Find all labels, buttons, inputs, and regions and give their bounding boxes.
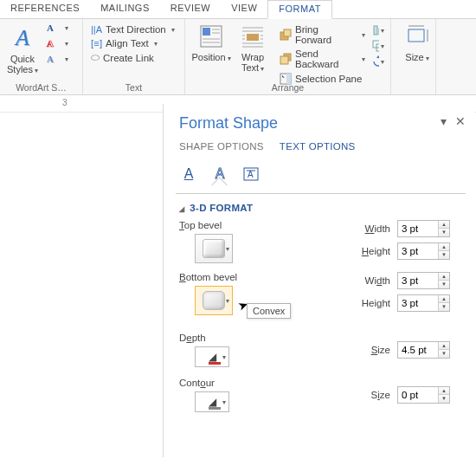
send-backward-icon: [280, 53, 292, 65]
spin-down-icon[interactable]: ▼: [439, 229, 449, 236]
top-height-spinner[interactable]: ▲▼: [397, 242, 450, 260]
size-icon: [403, 23, 431, 50]
link-icon: ⬭: [91, 52, 100, 63]
top-height-label: Height: [362, 246, 390, 256]
spin-down-icon[interactable]: ▼: [439, 395, 449, 403]
rotate-button[interactable]: [371, 55, 385, 68]
quick-styles-label: Quick Styles: [7, 54, 35, 74]
group-text: ||A Text Direction [≡] Align Text ⬭ Crea…: [83, 19, 185, 94]
bottom-bevel-swatch-icon: [203, 291, 225, 310]
top-width-spinner[interactable]: ▲▼: [397, 220, 450, 237]
document-area[interactable]: [0, 113, 159, 459]
category-icons: A A A: [179, 162, 462, 190]
tab-references[interactable]: REFERENCES: [0, 0, 90, 18]
position-label: Position: [191, 52, 225, 62]
top-height-input[interactable]: [398, 244, 438, 258]
bottom-bevel-tooltip: Convex: [247, 303, 291, 319]
contour-size-spinner[interactable]: ▲▼: [397, 386, 450, 404]
spin-down-icon[interactable]: ▼: [439, 303, 449, 311]
align-text-icon: [≡]: [91, 38, 102, 48]
spin-down-icon[interactable]: ▼: [439, 350, 449, 358]
tab-view[interactable]: VIEW: [221, 0, 267, 18]
spin-up-icon[interactable]: ▲: [439, 243, 449, 251]
spin-up-icon[interactable]: ▲: [439, 273, 449, 281]
contour-color-button[interactable]: ◢: [195, 391, 229, 412]
text-direction-label: Text Direction: [106, 24, 166, 35]
tab-mailings[interactable]: MAILINGS: [90, 0, 160, 18]
ruler-mark: 3: [62, 98, 68, 107]
spin-down-icon[interactable]: ▼: [439, 251, 449, 259]
svg-rect-21: [374, 26, 377, 35]
bottom-width-spinner[interactable]: ▲▼: [397, 272, 450, 289]
pane-options-dropdown-icon[interactable]: ▾: [441, 114, 447, 128]
tab-review[interactable]: REVIEW: [160, 0, 221, 18]
top-width-input[interactable]: [398, 222, 438, 236]
pane-tabs: SHAPE OPTIONS TEXT OPTIONS: [179, 141, 462, 155]
bottom-height-input[interactable]: [398, 296, 438, 310]
group-label-arrange: Arrange: [185, 82, 390, 93]
position-icon: [197, 23, 225, 50]
text-outline-dropdown[interactable]: [59, 36, 73, 50]
group-label-wordart: WordArt S…: [0, 82, 82, 93]
text-effects-dropdown[interactable]: [59, 52, 73, 66]
ribbon-tabs: REFERENCES MAILINGS REVIEW VIEW FORMAT: [0, 0, 476, 19]
svg-text:A: A: [248, 170, 254, 179]
group-label-text: Text: [83, 82, 184, 93]
text-outline-button[interactable]: A: [43, 36, 57, 50]
bottom-width-label: Width: [365, 275, 390, 286]
send-backward-button[interactable]: Send Backward: [277, 48, 368, 70]
create-link-label: Create Link: [103, 53, 154, 63]
wrap-text-icon: [239, 23, 267, 50]
fill-bucket-icon: ◢: [209, 396, 216, 408]
pane-title: Format Shape: [179, 114, 462, 133]
contour-size-input[interactable]: [398, 388, 438, 402]
text-effects-icon[interactable]: A: [210, 165, 229, 183]
text-direction-icon: ||A: [91, 24, 102, 35]
svg-rect-16: [284, 29, 291, 36]
size-button[interactable]: Size: [396, 21, 438, 64]
spin-up-icon[interactable]: ▲: [439, 387, 449, 395]
quick-styles-button[interactable]: A Quick Styles: [5, 23, 40, 76]
text-fill-outline-icon[interactable]: A: [179, 165, 198, 183]
ribbon-body: A Quick Styles A A A WordArt S… ||A Te: [0, 19, 476, 95]
textbox-icon[interactable]: A: [241, 165, 261, 183]
align-text-label: Align Text: [106, 38, 149, 48]
text-direction-button[interactable]: ||A Text Direction: [88, 23, 179, 36]
top-width-label: Width: [365, 223, 390, 234]
group-size: Size: [391, 19, 436, 94]
text-fill-dropdown[interactable]: [59, 21, 73, 35]
text-fill-button[interactable]: A: [43, 21, 57, 35]
bring-forward-button[interactable]: Bring Forward: [277, 23, 368, 46]
text-effects-button[interactable]: A: [43, 52, 57, 66]
bottom-height-spinner[interactable]: ▲▼: [397, 294, 450, 312]
send-backward-label: Send Backward: [295, 48, 357, 69]
svg-rect-25: [408, 29, 424, 42]
align-text-button[interactable]: [≡] Align Text: [88, 37, 179, 49]
depth-color-button[interactable]: ◢: [195, 346, 229, 367]
tab-format[interactable]: FORMAT: [267, 0, 332, 19]
bottom-width-input[interactable]: [398, 274, 438, 288]
align-button[interactable]: [371, 23, 385, 37]
svg-rect-18: [280, 56, 288, 64]
section-3d-format[interactable]: 3-D FORMAT: [179, 203, 462, 213]
tab-text-options[interactable]: TEXT OPTIONS: [280, 141, 356, 155]
tab-shape-options[interactable]: SHAPE OPTIONS: [179, 141, 264, 155]
bring-forward-icon: [280, 29, 292, 41]
spin-down-icon[interactable]: ▼: [439, 281, 449, 288]
depth-size-spinner[interactable]: ▲▼: [397, 341, 450, 359]
spin-up-icon[interactable]: ▲: [439, 221, 449, 229]
spin-up-icon[interactable]: ▲: [439, 295, 449, 303]
depth-size-label: Size: [371, 345, 390, 355]
spin-up-icon[interactable]: ▲: [439, 342, 449, 350]
group-objects-button[interactable]: [371, 39, 385, 53]
contour-size-label: Size: [371, 390, 390, 400]
top-bevel-button[interactable]: [195, 234, 233, 263]
close-icon[interactable]: ✕: [455, 114, 466, 128]
fill-bucket-icon: ◢: [209, 351, 216, 363]
svg-rect-8: [247, 34, 259, 41]
create-link-button[interactable]: ⬭ Create Link: [88, 51, 179, 64]
format-shape-pane: Format Shape ▾ ✕ SHAPE OPTIONS TEXT OPTI…: [163, 104, 474, 457]
wordart-a-icon: A: [16, 27, 29, 49]
depth-size-input[interactable]: [398, 343, 438, 357]
bottom-bevel-button[interactable]: [195, 286, 233, 315]
